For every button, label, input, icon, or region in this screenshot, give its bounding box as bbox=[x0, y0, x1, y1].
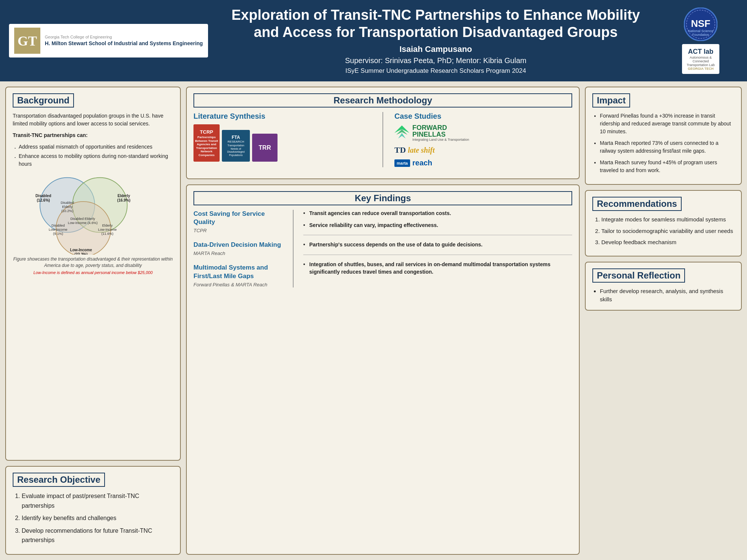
svg-text:(9.1%): (9.1%) bbox=[53, 232, 63, 236]
svg-text:National Science: National Science bbox=[688, 29, 713, 33]
finding-topic-1: Cost Saving for Service Quality TCPR bbox=[193, 210, 283, 233]
poster-title: Exploration of Transit-TNC Partnerships … bbox=[219, 7, 652, 41]
svg-text:Low-Income: Low-Income bbox=[98, 228, 117, 231]
lit-synthesis: Literature Synthesis TCRP Partnerships B… bbox=[193, 112, 371, 167]
background-para1: Transportation disadvantaged population … bbox=[13, 112, 173, 128]
case-studies: Case Studies bbox=[394, 112, 572, 167]
lit-label: Literature Synthesis bbox=[193, 112, 265, 121]
impact-title: Impact bbox=[592, 93, 630, 108]
left-column: Background Transportation disadvantaged … bbox=[5, 87, 181, 555]
gt-logo-icon: GT bbox=[14, 28, 40, 54]
impact-list: Forward Pinellas found a +30% increase i… bbox=[592, 112, 734, 174]
objective-item-3: Develop recommendations for future Trans… bbox=[22, 526, 173, 545]
gt-school-text: Georgia Tech College of Engineering H. M… bbox=[45, 34, 203, 47]
supervisor-line: Supervisor: Srinivas Peeta, PhD; Mentor:… bbox=[219, 56, 652, 65]
svg-text:Low-Income: Low-Income bbox=[70, 248, 92, 252]
svg-text:Low-Income: Low-Income bbox=[49, 228, 68, 231]
venn-caption: Figure showcases the transportation disa… bbox=[13, 256, 173, 269]
finding-bullet-1-1: Transit agencies can reduce overall tran… bbox=[303, 210, 572, 217]
research-objective-card: Research Objective Evaluate impact of pa… bbox=[5, 466, 181, 555]
impact-item-3: Marta Reach survey found +45% of program… bbox=[600, 159, 734, 174]
finding-bullets: Transit agencies can reduce overall tran… bbox=[303, 210, 572, 287]
svg-text:(11.6%): (11.6%) bbox=[101, 232, 113, 236]
reflection-title: Personal Reflection bbox=[592, 268, 685, 283]
finding-bullet-2-1: Partnership's success depends on the use… bbox=[303, 241, 572, 249]
impact-card: Impact Forward Pinellas found a +30% inc… bbox=[585, 87, 742, 185]
rec-list: Integrate modes for seamless multimodal … bbox=[592, 215, 734, 247]
impact-item-1: Forward Pinellas found a +30% increase i… bbox=[600, 112, 734, 136]
key-findings-card: Key Findings Cost Saving for Service Qua… bbox=[186, 184, 580, 555]
marta-reach-logo: marta reach bbox=[394, 159, 432, 167]
rec-item-2: Tailor to sociodemographic variability a… bbox=[601, 227, 734, 236]
td-lateshift-logo: TD late shift bbox=[394, 145, 435, 155]
reflect-item-1: Further develop research, analysis, and … bbox=[600, 287, 734, 304]
svg-text:Low-Income (4.6%): Low-Income (4.6%) bbox=[68, 221, 97, 225]
author-name: Isaiah Campusano bbox=[219, 44, 652, 54]
finding-bullet-3-1: Integration of shuttles, buses, and rail… bbox=[303, 261, 572, 276]
background-bullet-1: Address spatial mismatch of opportunitie… bbox=[19, 143, 173, 151]
findings-title: Key Findings bbox=[193, 191, 572, 205]
poster-container: GT Georgia Tech College of Engineering H… bbox=[0, 0, 747, 560]
svg-text:(12.6%): (12.6%) bbox=[37, 198, 50, 202]
center-column: Research Methodology Literature Synthesi… bbox=[186, 87, 580, 555]
svg-text:Disabled: Disabled bbox=[35, 194, 51, 198]
svg-text:(10.2%): (10.2%) bbox=[61, 209, 73, 213]
svg-text:Elderly: Elderly bbox=[62, 205, 72, 209]
venn-diagram: Disabled (12.6%) Elderly (16.9%) Low-Inc… bbox=[13, 172, 173, 255]
impact-item-2: Marta Reach reported 73% of users connec… bbox=[600, 139, 734, 155]
svg-marker-29 bbox=[398, 133, 406, 139]
finding-topic-2: Data-Driven Decision Making MARTA Reach bbox=[193, 241, 283, 256]
nsf-logo-icon: NSF National Science Foundation bbox=[684, 7, 717, 41]
reflection-card: Personal Reflection Further develop rese… bbox=[585, 262, 742, 311]
objective-title: Research Objective bbox=[13, 473, 105, 487]
header: GT Georgia Tech College of Engineering H… bbox=[0, 0, 747, 81]
right-logos: NSF National Science Foundation ACT lab … bbox=[663, 7, 738, 74]
forward-pinellas-logo: FORWARD PINELLAS Integrating Land Use & … bbox=[394, 124, 469, 141]
finding-topic-3: Multimodal Systems and First/Last Mile G… bbox=[193, 264, 283, 287]
program-name: ISyE Summer Undergraduate Research Schol… bbox=[219, 67, 652, 75]
svg-text:Disabled Elderly: Disabled Elderly bbox=[70, 217, 95, 221]
reflect-list: Further develop research, analysis, and … bbox=[592, 287, 734, 304]
methodology-card: Research Methodology Literature Synthesi… bbox=[186, 87, 580, 179]
svg-text:Foundation: Foundation bbox=[692, 33, 709, 37]
objective-item-1: Evaluate impact of past/present Transit-… bbox=[22, 491, 173, 510]
recommendations-card: Recommendations Integrate modes for seam… bbox=[585, 190, 742, 256]
objective-list: Evaluate impact of past/present Transit-… bbox=[13, 491, 173, 545]
header-center: Exploration of Transit-TNC Partnerships … bbox=[208, 7, 663, 75]
gt-logo-block: GT Georgia Tech College of Engineering H… bbox=[9, 24, 208, 57]
svg-text:Disabled: Disabled bbox=[61, 201, 74, 205]
book-stack: TCRP Partnerships Between Transit Agenci… bbox=[193, 124, 278, 162]
fp-arrows-icon bbox=[394, 125, 409, 140]
findings-divider bbox=[293, 210, 294, 287]
tcrp-book: TCRP Partnerships Between Transit Agenci… bbox=[193, 124, 220, 162]
rec-item-1: Integrate modes for seamless multimodal … bbox=[601, 215, 734, 224]
case-label: Case Studies bbox=[394, 112, 441, 121]
recommendations-title: Recommendations bbox=[592, 197, 682, 211]
svg-text:(16.9%): (16.9%) bbox=[117, 198, 130, 202]
objective-item-2: Identify key benefits and challenges bbox=[22, 513, 173, 523]
svg-text:NSF: NSF bbox=[691, 18, 710, 29]
finding-hr-1 bbox=[303, 235, 572, 235]
background-bullet-2: Enhance access to mobility options durin… bbox=[19, 152, 173, 168]
finding-topics: Cost Saving for Service Quality TCPR Dat… bbox=[193, 210, 283, 287]
methodology-title: Research Methodology bbox=[193, 93, 572, 108]
svg-text:(22.3%): (22.3%) bbox=[74, 252, 87, 255]
background-title: Background bbox=[13, 93, 74, 108]
venn-note: Low-Income is defined as annual personal… bbox=[13, 270, 173, 275]
svg-text:Elderly: Elderly bbox=[118, 194, 130, 198]
svg-text:Disabled: Disabled bbox=[52, 224, 65, 227]
background-bullets: Address spatial mismatch of opportunitie… bbox=[13, 143, 173, 168]
methodology-top: Literature Synthesis TCRP Partnerships B… bbox=[193, 112, 572, 167]
fta-book: FTA RESEARCH Transportation Needs of Dis… bbox=[222, 130, 250, 162]
svg-text:Elderly: Elderly bbox=[102, 224, 113, 227]
findings-grid: Cost Saving for Service Quality TCPR Dat… bbox=[193, 210, 572, 287]
finding-hr-2 bbox=[303, 255, 572, 255]
venn-svg: Disabled (12.6%) Elderly (16.9%) Low-Inc… bbox=[13, 172, 173, 255]
trr-book: TRR bbox=[252, 134, 278, 162]
finding-bullet-1-2: Service reliability can vary, impacting … bbox=[303, 222, 572, 229]
content-area: Background Transportation disadvantaged … bbox=[0, 81, 747, 560]
act-lab-logo: ACT lab Autonomous & Connected Transport… bbox=[682, 44, 719, 74]
rec-item-3: Develop feedback mechanism bbox=[601, 238, 734, 247]
right-column: Impact Forward Pinellas found a +30% inc… bbox=[585, 87, 742, 555]
background-card: Background Transportation disadvantaged … bbox=[5, 87, 181, 461]
